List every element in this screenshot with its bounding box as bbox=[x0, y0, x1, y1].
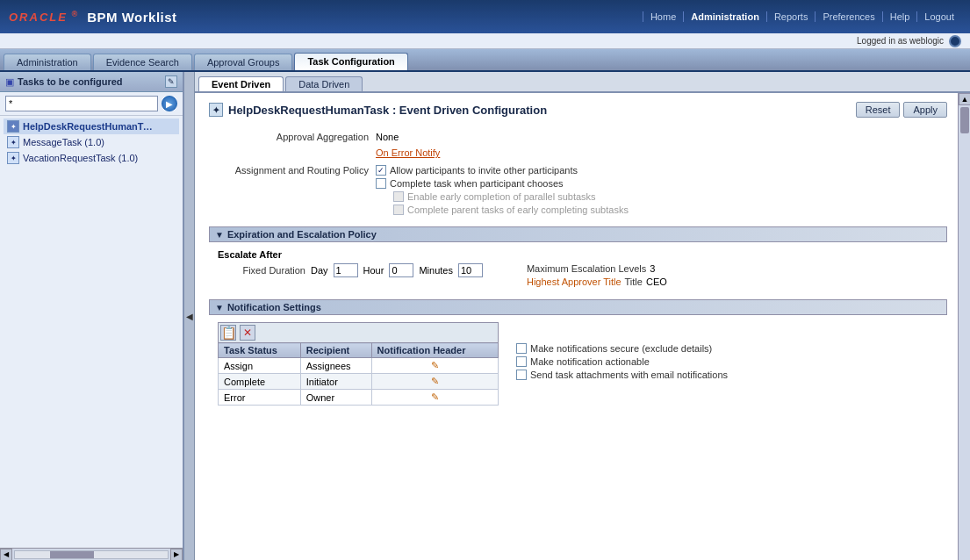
edit-icon-1[interactable]: ✎ bbox=[431, 376, 439, 386]
right-panel: Event Driven Data Driven ✦ HelpDeskReque… bbox=[195, 72, 970, 560]
max-escalation-value: 3 bbox=[650, 263, 655, 274]
tab-task-configuration[interactable]: Task Configuration bbox=[294, 53, 407, 70]
cell-status-1: Complete bbox=[219, 374, 301, 390]
nav-home[interactable]: Home bbox=[643, 11, 684, 22]
escalation-grid: Fixed Duration Day Hour Minutes bbox=[218, 263, 947, 287]
top-nav: Home Administration Reports Preferences … bbox=[643, 11, 961, 22]
button-row: Reset Apply bbox=[856, 102, 947, 118]
cell-header-0: ✎ bbox=[371, 358, 498, 374]
col-recipient: Recipient bbox=[300, 343, 371, 358]
expiration-section-divider: ▼ Expiration and Escalation Policy bbox=[209, 226, 947, 242]
checkbox-complete-when-label: Complete task when participant chooses bbox=[390, 178, 564, 189]
notif-cb-actionable[interactable] bbox=[516, 356, 527, 367]
cell-recipient-1: Initiator bbox=[300, 374, 371, 390]
inner-tab-bar: Event Driven Data Driven bbox=[195, 72, 970, 93]
oracle-logo: ORACLE ® bbox=[9, 10, 78, 24]
checkbox-invite[interactable] bbox=[376, 165, 386, 176]
checkbox-complete-parent bbox=[393, 205, 404, 215]
nav-logout[interactable]: Logout bbox=[917, 11, 961, 22]
assignment-label: Assignment and Routing Policy bbox=[209, 163, 376, 176]
edit-panel-icon[interactable]: ✎ bbox=[165, 75, 177, 88]
nav-reports[interactable]: Reports bbox=[767, 11, 816, 22]
notif-cb-secure[interactable] bbox=[516, 343, 527, 354]
approval-aggregation-label: Approval Aggregation bbox=[209, 130, 376, 142]
user-circle-icon bbox=[949, 35, 961, 47]
collapse-panel-button[interactable]: ◀ bbox=[184, 72, 195, 560]
on-error-notify-label bbox=[209, 146, 376, 147]
scroll-left-btn[interactable]: ◀ bbox=[0, 549, 12, 561]
hour-input[interactable] bbox=[389, 263, 413, 277]
left-panel-scrollbar[interactable]: ◀ ▶ bbox=[0, 548, 183, 560]
checkbox-complete-when[interactable] bbox=[376, 178, 386, 189]
checkbox-complete-parent-label: Complete parent tasks of early completin… bbox=[407, 205, 629, 215]
notification-collapse-arrow[interactable]: ▼ bbox=[215, 303, 224, 312]
inner-tab-event-driven[interactable]: Event Driven bbox=[198, 76, 284, 91]
nav-preferences[interactable]: Preferences bbox=[816, 11, 882, 22]
search-go-button[interactable]: ▶ bbox=[162, 96, 177, 111]
col-notification-header: Notification Header bbox=[371, 343, 498, 358]
config-title-icon: ✦ bbox=[209, 103, 223, 117]
panel-icons: ✎ bbox=[165, 75, 177, 88]
minutes-input[interactable] bbox=[458, 263, 483, 277]
right-scrollbar[interactable]: ▲ ▼ bbox=[958, 93, 970, 560]
left-panel-title: Tasks to be configured bbox=[18, 76, 123, 87]
expiration-content: Escalate After Fixed Duration Day Hour M… bbox=[209, 249, 947, 287]
nav-help[interactable]: Help bbox=[883, 11, 918, 22]
reset-button[interactable]: Reset bbox=[856, 102, 901, 118]
task-item-helpdesk[interactable]: ✦ HelpDeskRequestHumanTask bbox=[4, 118, 179, 134]
scroll-thumb bbox=[50, 551, 94, 558]
task-item-message[interactable]: ✦ MessageTask (1.0) bbox=[4, 134, 179, 150]
tab-bar: Administration Evidence Search Approval … bbox=[0, 49, 970, 72]
inner-tab-data-driven[interactable]: Data Driven bbox=[285, 76, 363, 91]
scroll-right-btn[interactable]: ▶ bbox=[170, 549, 183, 561]
apply-button[interactable]: Apply bbox=[903, 102, 947, 118]
task-icon-helpdesk: ✦ bbox=[7, 120, 19, 133]
config-title: HelpDeskRequestHumanTask : Event Driven … bbox=[228, 104, 547, 117]
highest-approver-title-label: Title bbox=[625, 276, 643, 287]
scroll-track bbox=[14, 550, 169, 559]
scroll-up-button[interactable]: ▲ bbox=[959, 93, 970, 105]
logged-in-text: Logged in as weblogic bbox=[857, 36, 944, 46]
task-item-vacation[interactable]: ✦ VacationRequestTask (1.0) bbox=[4, 150, 179, 166]
left-panel: ▣ Tasks to be configured ✎ ▶ ✦ HelpDeskR… bbox=[0, 72, 184, 560]
config-header: ✦ HelpDeskRequestHumanTask : Event Drive… bbox=[209, 102, 947, 118]
max-escalation-row: Maximum Escalation Levels 3 bbox=[527, 263, 667, 274]
highest-approver-label: Highest Approver Title bbox=[527, 276, 622, 287]
table-row: Complete Initiator ✎ bbox=[219, 374, 499, 390]
scroll-thumb-right bbox=[960, 107, 969, 133]
tab-administration[interactable]: Administration bbox=[4, 54, 91, 70]
checkbox-complete-when-row: Complete task when participant chooses bbox=[376, 178, 947, 189]
task-label-helpdesk: HelpDeskRequestHumanTask bbox=[23, 121, 154, 132]
delete-notification-button[interactable]: ✕ bbox=[240, 325, 255, 341]
notif-cb-attachments[interactable] bbox=[516, 370, 527, 380]
approval-aggregation-value: None bbox=[376, 130, 947, 142]
notification-section-divider: ▼ Notification Settings bbox=[209, 299, 947, 315]
expiration-collapse-arrow[interactable]: ▼ bbox=[215, 230, 224, 240]
day-input[interactable] bbox=[334, 263, 358, 277]
edit-icon-0[interactable]: ✎ bbox=[431, 360, 439, 370]
search-input[interactable] bbox=[5, 96, 158, 111]
expiration-section-title: Expiration and Escalation Policy bbox=[227, 229, 377, 240]
cell-header-1: ✎ bbox=[371, 374, 498, 390]
edit-icon-2[interactable]: ✎ bbox=[431, 391, 439, 402]
nav-administration[interactable]: Administration bbox=[684, 11, 767, 22]
logo-area: ORACLE ® BPM Worklist bbox=[9, 10, 177, 25]
tab-approval-groups[interactable]: Approval Groups bbox=[194, 54, 293, 70]
notification-section-title: Notification Settings bbox=[227, 302, 321, 312]
escalate-after-label: Escalate After bbox=[218, 249, 947, 260]
hour-label: Hour bbox=[363, 265, 384, 276]
checkbox-early-completion-label: Enable early completion of parallel subt… bbox=[407, 191, 596, 202]
cell-header-2: ✎ bbox=[371, 390, 498, 406]
on-error-notify-link[interactable]: On Error Notify bbox=[376, 147, 440, 158]
main-layout: ▣ Tasks to be configured ✎ ▶ ✦ HelpDeskR… bbox=[0, 72, 970, 560]
left-panel-header: ▣ Tasks to be configured ✎ bbox=[0, 72, 183, 92]
notification-content: 📋 ✕ Task Status Recipient Notification H… bbox=[209, 322, 947, 406]
checkbox-invite-label: Allow participants to invite other parti… bbox=[390, 165, 578, 176]
search-row: ▶ bbox=[0, 92, 183, 116]
add-notification-button[interactable]: 📋 bbox=[220, 325, 236, 341]
highest-approver-row: Highest Approver Title Title CEO bbox=[527, 276, 667, 287]
cell-recipient-2: Owner bbox=[300, 390, 371, 406]
notif-cb-secure-label: Make notifications secure (exclude detai… bbox=[530, 343, 712, 354]
tab-evidence-search[interactable]: Evidence Search bbox=[93, 54, 192, 70]
notification-checkboxes: Make notifications secure (exclude detai… bbox=[516, 322, 728, 406]
